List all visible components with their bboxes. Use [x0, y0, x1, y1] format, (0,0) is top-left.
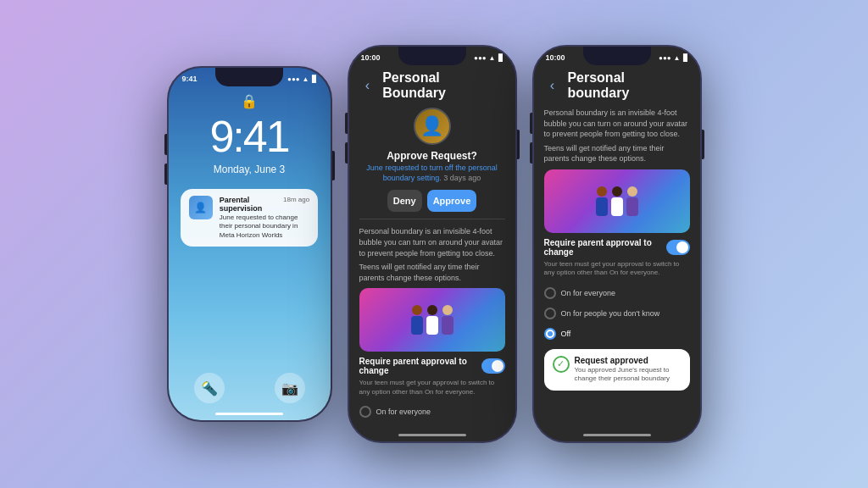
request-approved-card: ✓ Request approved You approved June's r… — [544, 349, 690, 391]
radio-off-3[interactable]: Off — [544, 324, 690, 344]
camera-icon[interactable]: 📷 — [275, 373, 305, 403]
screen-title-3: Personal boundary — [567, 70, 689, 101]
radio-label-3-1: On for everyone — [561, 289, 616, 297]
deny-button[interactable]: Deny — [387, 190, 422, 212]
teens-notice-3: Teens will get notified any time their p… — [544, 143, 690, 164]
description-text-3: Personal boundary is an invisible 4-foot… — [544, 108, 690, 140]
notch-2 — [398, 47, 466, 65]
toggle-switch-3[interactable] — [666, 240, 690, 255]
figure-2-head — [427, 305, 437, 315]
figure-3-head — [442, 305, 453, 315]
figure-3-body — [442, 316, 453, 335]
header-3: ‹ Personal boundary — [534, 65, 700, 108]
teens-notice: Teens will get notified any time their p… — [359, 262, 505, 283]
figure-2-body — [426, 316, 438, 335]
sub-desc-3: Your teen must get your approval to swit… — [544, 260, 690, 278]
radio-circle-3-2 — [544, 308, 556, 319]
back-button-2[interactable]: ‹ — [359, 77, 376, 94]
radio-on-everyone[interactable]: On for everyone — [359, 402, 505, 422]
home-indicator-1 — [215, 413, 283, 415]
toggle-label: Require parent approval to change — [359, 357, 481, 375]
avatar-figures — [411, 305, 453, 335]
time-1: 9:41 — [182, 75, 198, 83]
notif-icon: 👤 — [189, 196, 213, 219]
toggle-label-3: Require parent approval to change — [544, 238, 666, 257]
status-icons-3: ●●● ▲ ▊ — [659, 53, 687, 62]
figure-3-1-body — [596, 197, 608, 216]
radio-label-3-3: Off — [561, 330, 571, 338]
lock-icon: 🔒 — [241, 93, 258, 109]
sub-desc: Your teen must get your approval to swit… — [359, 379, 505, 396]
notch-3 — [583, 47, 651, 65]
figure-3-3 — [626, 186, 638, 216]
notif-content: 18m ago Parental supervision June reques… — [220, 196, 309, 240]
toggle-switch[interactable] — [481, 358, 505, 374]
phone-1: 9:41 ●●● ▲ ▊ 🔒 9:41 Monday, June 3 👤 18m — [167, 66, 332, 422]
figure-3-1 — [596, 186, 608, 216]
lock-date: Monday, June 3 — [214, 164, 286, 175]
radio-circle-3-3 — [544, 328, 556, 340]
figure-1-body — [411, 316, 423, 335]
approved-title: Request approved — [575, 356, 682, 365]
description-text: Personal boundary is an invisible 4-foot… — [359, 226, 505, 258]
content-2: 👤 Approve Request? June requested to tur… — [349, 108, 515, 441]
radio-label-3-2: On for people you don't know — [561, 309, 660, 318]
figure-1 — [411, 305, 423, 335]
avatar-figures-3 — [596, 186, 638, 216]
figure-3-3-head — [627, 186, 637, 197]
checkmark-icon: ✓ — [553, 356, 570, 373]
radio-circle-3-1 — [544, 287, 556, 299]
approve-body: June requested to turn off the personal … — [359, 164, 505, 183]
screen-title-2: Personal Boundary — [382, 70, 504, 101]
status-time-2: 10:00 — [361, 53, 381, 62]
lock-time: 9:41 — [209, 111, 288, 162]
back-button-3[interactable]: ‹ — [544, 77, 561, 94]
approve-button[interactable]: Approve — [427, 190, 477, 212]
approve-title: Approve Request? — [387, 150, 477, 162]
figure-1-head — [412, 305, 422, 315]
figure-3-2-body — [611, 197, 623, 216]
home-indicator-2 — [398, 434, 466, 436]
figure-3 — [442, 305, 453, 335]
radio-label-1: On for everyone — [376, 408, 431, 416]
phone-2: 10:00 ●●● ▲ ▊ ‹ Personal Boundary 👤 — [348, 45, 517, 443]
dark-screen-3: 10:00 ●●● ▲ ▊ ‹ Personal boundary Person… — [534, 47, 700, 441]
approved-body: You approved June's request to change th… — [575, 366, 682, 384]
lockscreen: 9:41 ●●● ▲ ▊ 🔒 9:41 Monday, June 3 👤 18m — [169, 68, 331, 420]
flashlight-icon[interactable]: 🔦 — [194, 373, 225, 403]
status-icons-1: ●●● ▲ ▊ — [287, 75, 316, 83]
content-3: Personal boundary is an invisible 4-foot… — [534, 108, 700, 441]
header-2: ‹ Personal Boundary — [349, 65, 515, 108]
radio-on-everyone-3[interactable]: On for everyone — [544, 283, 690, 303]
phone-3: 10:00 ●●● ▲ ▊ ‹ Personal boundary Person… — [532, 45, 702, 443]
figure-2 — [426, 305, 438, 335]
figure-3-2 — [611, 186, 623, 216]
toggle-row: Require parent approval to change — [359, 357, 505, 375]
avatar-banner-3 — [544, 169, 690, 233]
toggle-row-3: Require parent approval to change — [544, 238, 690, 257]
avatar-section: 👤 Approve Request? June requested to tur… — [359, 108, 505, 212]
notch-1 — [215, 68, 283, 86]
status-icons-2: ●●● ▲ ▊ — [474, 53, 503, 62]
divider-1 — [359, 219, 505, 219]
notif-time: 18m ago — [283, 196, 309, 203]
radio-on-unknown-3[interactable]: On for people you don't know — [544, 303, 690, 324]
radio-circle-1 — [359, 406, 371, 418]
lockscreen-bottom-icons: 🔦 📷 — [169, 373, 331, 403]
approve-time: 3 days ago — [443, 174, 481, 182]
approved-content: Request approved You approved June's req… — [575, 356, 682, 384]
dark-screen-2: 10:00 ●●● ▲ ▊ ‹ Personal Boundary 👤 — [349, 47, 515, 441]
figure-3-1-head — [597, 186, 607, 197]
action-buttons: Deny Approve — [387, 190, 477, 212]
user-avatar: 👤 — [414, 108, 451, 145]
home-indicator-3 — [583, 434, 651, 436]
avatar-banner — [359, 288, 505, 352]
figure-3-3-body — [626, 197, 638, 216]
lock-notification: 👤 18m ago Parental supervision June requ… — [181, 189, 318, 247]
figure-3-2-head — [612, 186, 622, 197]
status-time-3: 10:00 — [546, 53, 565, 62]
notif-body: June requested to change their personal … — [220, 214, 309, 240]
